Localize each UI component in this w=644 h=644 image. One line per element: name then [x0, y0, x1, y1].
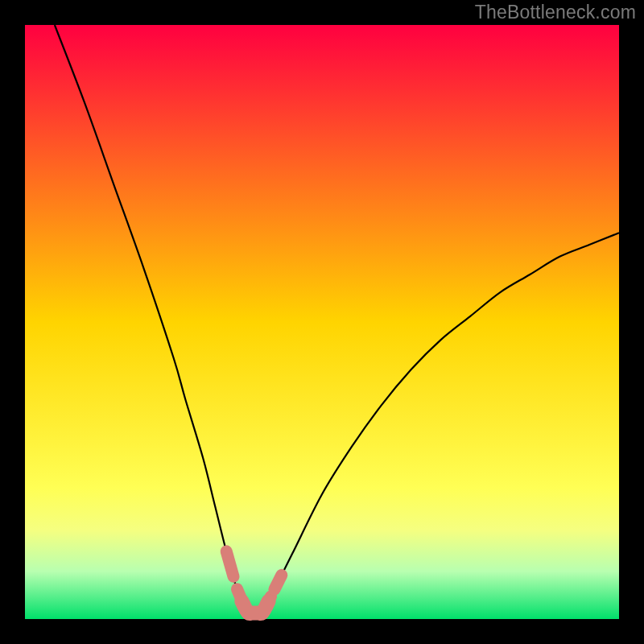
- plot-area: [25, 25, 619, 619]
- chart-frame: TheBottleneck.com: [0, 0, 644, 644]
- svg-line-0: [226, 551, 233, 576]
- svg-line-3: [275, 575, 282, 589]
- bottleneck-chart: [0, 0, 644, 644]
- svg-line-2: [264, 597, 271, 611]
- svg-line-1: [237, 589, 244, 606]
